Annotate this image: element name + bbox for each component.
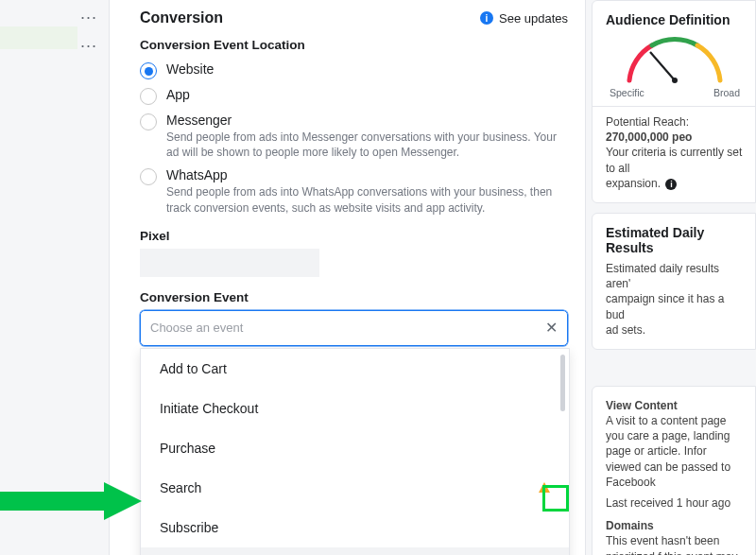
section-title: Conversion [140,9,223,26]
edr-title: Estimated Daily Results [606,225,744,255]
event-label: Search [160,480,201,495]
warning-icon [539,482,550,493]
radio-description: Send people from ads into Messenger conv… [166,130,563,160]
radio-app[interactable] [140,88,157,105]
pixel-selector[interactable] [140,249,319,277]
pixel-heading: Pixel [140,229,568,243]
event-option-search[interactable]: Search [141,468,569,508]
event-label: Initiate Checkout [160,401,258,416]
edr-body: campaign since it has a bud [606,291,744,321]
selected-row-highlight [0,26,77,49]
svg-point-1 [672,78,678,83]
conversion-panel: Conversion i See updates Conversion Even… [109,0,586,555]
conversion-event-dropdown: Add to Cart Initiate Checkout Purchase S… [140,348,570,555]
event-label: Purchase [160,441,215,456]
potential-reach-value: 270,000,000 peo [606,130,692,144]
event-option-initiate-checkout[interactable]: Initiate Checkout [141,389,569,428]
event-detail-card: View Content A visit to a content page y… [592,386,756,555]
domains-title: Domains [606,518,744,533]
audience-gauge [618,33,731,85]
svg-line-0 [650,52,675,80]
conversion-event-heading: Conversion Event [140,290,568,304]
row-menu-icon[interactable]: ... [80,4,97,24]
gauge-label-specific: Specific [610,87,644,98]
info-icon: i [480,11,493,25]
event-option-add-to-cart[interactable]: Add to Cart [141,349,569,389]
domains-body: This event hasn't been prioritized f thi… [606,533,744,555]
radio-label: Website [166,61,214,77]
criteria-text: Your criteria is currently set to all [606,145,744,175]
audience-definition-card: Audience Definition Specific Broad Poten… [592,0,756,203]
event-label: Subscribe [160,520,218,535]
gauge-label-broad: Broad [713,87,740,98]
potential-reach: Potential Reach: 270,000,000 peo [606,114,744,145]
last-received: Last received 1 hour ago [606,495,744,511]
view-content-body: A visit to a content page you care a pag… [606,413,744,490]
view-content-title: View Content [606,398,744,413]
info-icon[interactable]: i [665,179,677,190]
radio-messenger[interactable] [140,113,157,130]
row-menu-icon[interactable]: ... [80,32,97,52]
conversion-event-input[interactable]: Choose an event ✕ [140,310,568,346]
radio-label: App [166,87,190,102]
clear-icon[interactable]: ✕ [545,319,558,337]
criteria-text2: expansion. i [606,176,744,191]
event-option-subscribe[interactable]: Subscribe [141,508,569,547]
radio-label: Messenger [166,113,563,128]
radio-whatsapp[interactable] [140,168,157,185]
conversion-event-location-heading: Conversion Event Location [140,38,568,52]
scrollbar-thumb[interactable] [560,355,565,411]
see-updates-label: See updates [499,11,568,26]
radio-description: Send people from ads into WhatsApp conve… [166,184,563,215]
conversion-location-radios: Website App Messenger Send people from a… [140,58,568,219]
edr-body: Estimated daily results aren' [606,261,744,291]
event-label: Add to Cart [160,361,227,376]
event-option-view-content[interactable]: View Content [141,547,569,555]
radio-label: WhatsApp [166,167,563,182]
conversion-event-placeholder: Choose an event [150,321,243,335]
audience-definition-title: Audience Definition [606,12,744,27]
edr-body: ad sets. [606,322,744,338]
event-option-purchase[interactable]: Purchase [141,428,569,468]
radio-website[interactable] [140,62,157,79]
see-updates-link[interactable]: i See updates [480,11,568,26]
estimated-daily-results-card: Estimated Daily Results Estimated daily … [592,213,756,350]
